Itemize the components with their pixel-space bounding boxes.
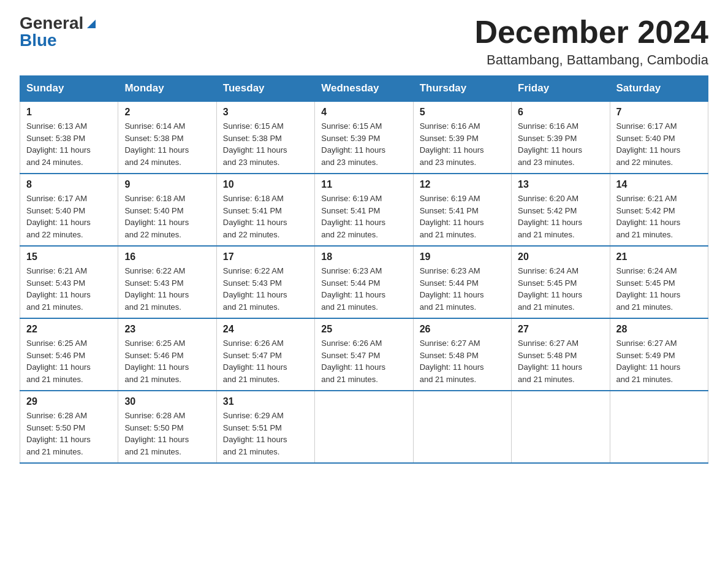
day-info: Sunrise: 6:20 AMSunset: 5:42 PMDaylight:… <box>518 194 582 239</box>
day-info: Sunrise: 6:15 AMSunset: 5:39 PMDaylight:… <box>321 121 385 167</box>
calendar-week-row: 8 Sunrise: 6:17 AMSunset: 5:40 PMDayligh… <box>20 174 708 246</box>
day-number: 23 <box>124 324 210 335</box>
calendar-day-cell: 23 Sunrise: 6:25 AMSunset: 5:46 PMDaylig… <box>118 318 216 391</box>
day-number: 26 <box>420 324 505 335</box>
day-number: 21 <box>616 251 702 262</box>
day-info: Sunrise: 6:25 AMSunset: 5:46 PMDaylight:… <box>26 339 91 384</box>
calendar-day-cell: 7 Sunrise: 6:17 AMSunset: 5:40 PMDayligh… <box>610 101 708 174</box>
calendar-day-cell: 9 Sunrise: 6:18 AMSunset: 5:40 PMDayligh… <box>118 174 216 246</box>
day-info: Sunrise: 6:28 AMSunset: 5:50 PMDaylight:… <box>26 411 91 456</box>
logo-triangle-icon <box>85 17 98 31</box>
calendar-day-cell: 2 Sunrise: 6:14 AMSunset: 5:38 PMDayligh… <box>118 101 216 174</box>
logo: General Blue <box>20 15 98 49</box>
day-info: Sunrise: 6:24 AMSunset: 5:45 PMDaylight:… <box>616 266 681 312</box>
day-number: 3 <box>223 107 308 118</box>
calendar-day-cell: 31 Sunrise: 6:29 AMSunset: 5:51 PMDaylig… <box>216 391 314 463</box>
col-header-sunday: Sunday <box>20 76 118 102</box>
calendar-day-cell: 30 Sunrise: 6:28 AMSunset: 5:50 PMDaylig… <box>118 391 216 463</box>
day-number: 5 <box>420 107 505 118</box>
day-number: 9 <box>124 179 210 190</box>
day-number: 29 <box>26 396 112 407</box>
day-number: 22 <box>26 324 112 335</box>
day-info: Sunrise: 6:19 AMSunset: 5:41 PMDaylight:… <box>420 194 484 239</box>
calendar-empty-cell <box>413 391 511 463</box>
month-title: December 2024 <box>474 15 708 50</box>
day-info: Sunrise: 6:16 AMSunset: 5:39 PMDaylight:… <box>518 121 582 167</box>
day-number: 7 <box>616 107 702 118</box>
day-number: 31 <box>223 396 308 407</box>
calendar-day-cell: 14 Sunrise: 6:21 AMSunset: 5:42 PMDaylig… <box>610 174 708 246</box>
day-number: 17 <box>223 251 308 262</box>
calendar-week-row: 1 Sunrise: 6:13 AMSunset: 5:38 PMDayligh… <box>20 101 708 174</box>
calendar-day-cell: 16 Sunrise: 6:22 AMSunset: 5:43 PMDaylig… <box>118 246 216 318</box>
day-number: 2 <box>124 107 210 118</box>
calendar-day-cell: 1 Sunrise: 6:13 AMSunset: 5:38 PMDayligh… <box>20 101 118 174</box>
day-info: Sunrise: 6:16 AMSunset: 5:39 PMDaylight:… <box>420 121 484 167</box>
day-number: 1 <box>26 107 112 118</box>
logo-text-blue: Blue <box>20 32 57 49</box>
day-info: Sunrise: 6:25 AMSunset: 5:46 PMDaylight:… <box>124 339 189 384</box>
calendar-day-cell: 8 Sunrise: 6:17 AMSunset: 5:40 PMDayligh… <box>20 174 118 246</box>
day-number: 6 <box>518 107 603 118</box>
day-number: 13 <box>518 179 603 190</box>
calendar-day-cell: 13 Sunrise: 6:20 AMSunset: 5:42 PMDaylig… <box>512 174 610 246</box>
calendar-day-cell: 10 Sunrise: 6:18 AMSunset: 5:41 PMDaylig… <box>216 174 314 246</box>
day-number: 12 <box>420 179 505 190</box>
col-header-thursday: Thursday <box>413 76 511 102</box>
day-number: 27 <box>518 324 603 335</box>
calendar-week-row: 15 Sunrise: 6:21 AMSunset: 5:43 PMDaylig… <box>20 246 708 318</box>
calendar-header-row: SundayMondayTuesdayWednesdayThursdayFrid… <box>20 76 708 102</box>
day-info: Sunrise: 6:27 AMSunset: 5:48 PMDaylight:… <box>420 339 484 384</box>
calendar-day-cell: 11 Sunrise: 6:19 AMSunset: 5:41 PMDaylig… <box>315 174 413 246</box>
calendar-day-cell: 4 Sunrise: 6:15 AMSunset: 5:39 PMDayligh… <box>315 101 413 174</box>
day-number: 15 <box>26 251 112 262</box>
day-info: Sunrise: 6:26 AMSunset: 5:47 PMDaylight:… <box>223 339 287 384</box>
calendar-empty-cell <box>512 391 610 463</box>
day-number: 14 <box>616 179 702 190</box>
logo-text-general: General <box>20 15 83 32</box>
day-info: Sunrise: 6:27 AMSunset: 5:48 PMDaylight:… <box>518 339 582 384</box>
day-number: 16 <box>124 251 210 262</box>
day-number: 19 <box>420 251 505 262</box>
calendar-day-cell: 28 Sunrise: 6:27 AMSunset: 5:49 PMDaylig… <box>610 318 708 391</box>
calendar-table: SundayMondayTuesdayWednesdayThursdayFrid… <box>20 75 708 464</box>
calendar-day-cell: 17 Sunrise: 6:22 AMSunset: 5:43 PMDaylig… <box>216 246 314 318</box>
day-info: Sunrise: 6:23 AMSunset: 5:44 PMDaylight:… <box>321 266 385 312</box>
day-info: Sunrise: 6:13 AMSunset: 5:38 PMDaylight:… <box>26 121 91 167</box>
day-info: Sunrise: 6:24 AMSunset: 5:45 PMDaylight:… <box>518 266 582 312</box>
col-header-tuesday: Tuesday <box>216 76 314 102</box>
col-header-monday: Monday <box>118 76 216 102</box>
page-header: General Blue December 2024 Battambang, B… <box>20 15 708 68</box>
day-number: 30 <box>124 396 210 407</box>
svg-marker-0 <box>87 20 96 28</box>
day-number: 4 <box>321 107 406 118</box>
calendar-day-cell: 18 Sunrise: 6:23 AMSunset: 5:44 PMDaylig… <box>315 246 413 318</box>
day-number: 10 <box>223 179 308 190</box>
calendar-day-cell: 20 Sunrise: 6:24 AMSunset: 5:45 PMDaylig… <box>512 246 610 318</box>
day-info: Sunrise: 6:14 AMSunset: 5:38 PMDaylight:… <box>124 121 189 167</box>
calendar-day-cell: 3 Sunrise: 6:15 AMSunset: 5:38 PMDayligh… <box>216 101 314 174</box>
calendar-day-cell: 12 Sunrise: 6:19 AMSunset: 5:41 PMDaylig… <box>413 174 511 246</box>
location-title: Battambang, Battambang, Cambodia <box>474 52 708 68</box>
day-info: Sunrise: 6:17 AMSunset: 5:40 PMDaylight:… <box>26 194 91 239</box>
calendar-empty-cell <box>610 391 708 463</box>
col-header-friday: Friday <box>512 76 610 102</box>
col-header-wednesday: Wednesday <box>315 76 413 102</box>
calendar-day-cell: 21 Sunrise: 6:24 AMSunset: 5:45 PMDaylig… <box>610 246 708 318</box>
calendar-day-cell: 6 Sunrise: 6:16 AMSunset: 5:39 PMDayligh… <box>512 101 610 174</box>
day-number: 24 <box>223 324 308 335</box>
day-number: 8 <box>26 179 112 190</box>
day-number: 28 <box>616 324 702 335</box>
day-info: Sunrise: 6:21 AMSunset: 5:43 PMDaylight:… <box>26 266 91 312</box>
day-number: 20 <box>518 251 603 262</box>
day-info: Sunrise: 6:28 AMSunset: 5:50 PMDaylight:… <box>124 411 189 456</box>
day-number: 11 <box>321 179 406 190</box>
calendar-day-cell: 22 Sunrise: 6:25 AMSunset: 5:46 PMDaylig… <box>20 318 118 391</box>
calendar-day-cell: 15 Sunrise: 6:21 AMSunset: 5:43 PMDaylig… <box>20 246 118 318</box>
calendar-empty-cell <box>315 391 413 463</box>
day-info: Sunrise: 6:22 AMSunset: 5:43 PMDaylight:… <box>223 266 287 312</box>
day-info: Sunrise: 6:23 AMSunset: 5:44 PMDaylight:… <box>420 266 484 312</box>
calendar-day-cell: 24 Sunrise: 6:26 AMSunset: 5:47 PMDaylig… <box>216 318 314 391</box>
day-info: Sunrise: 6:27 AMSunset: 5:49 PMDaylight:… <box>616 339 681 384</box>
col-header-saturday: Saturday <box>610 76 708 102</box>
